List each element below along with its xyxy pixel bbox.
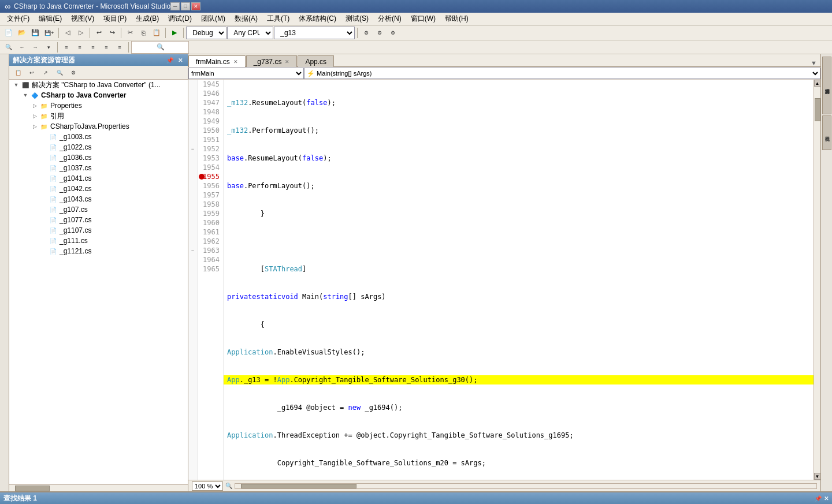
menu-debug[interactable]: 调试(D) xyxy=(164,13,196,25)
debug-btn1[interactable]: ⚙ xyxy=(360,27,373,39)
se-tb-btn5[interactable]: ⚙ xyxy=(67,66,80,79)
cstojava-node[interactable]: ▷ 📁 CSharpToJava.Properties xyxy=(9,121,188,132)
file-g1041[interactable]: 📄 _g1041.cs xyxy=(9,173,188,184)
config-dropdown[interactable]: Debug Release xyxy=(186,27,226,39)
menu-team[interactable]: 团队(M) xyxy=(196,13,230,25)
references-node[interactable]: ▷ 📁 引用 xyxy=(9,111,188,121)
expand-project[interactable]: ▼ xyxy=(21,92,30,98)
format-btn3[interactable]: ≡ xyxy=(87,41,99,54)
menu-tools[interactable]: 工具(T) xyxy=(262,13,294,25)
menu-build[interactable]: 生成(B) xyxy=(131,13,164,25)
redo-btn[interactable]: ↪ xyxy=(106,27,118,39)
se-tb-btn3[interactable]: ↗ xyxy=(39,66,52,79)
margin-1964 xyxy=(188,255,197,264)
file-g1121[interactable]: 📄 _g1121.cs xyxy=(9,246,188,256)
solution-node[interactable]: ▼ ⬛ 解决方案 "CSharp to Java Converter" (1..… xyxy=(9,80,188,90)
se-hscroll[interactable] xyxy=(9,484,188,491)
open-btn[interactable]: 📂 xyxy=(16,27,28,39)
project-node[interactable]: ▼ 🔷 CSharp to Java Converter xyxy=(9,90,188,100)
class-dropdown[interactable]: frmMain xyxy=(188,68,304,79)
file-g111[interactable]: 📄 _g111.cs xyxy=(9,236,188,246)
menu-analyze[interactable]: 分析(N) xyxy=(373,13,406,25)
nav-btn2[interactable]: → xyxy=(29,41,42,54)
close-button[interactable]: ✕ xyxy=(191,2,200,10)
menu-data[interactable]: 数据(A) xyxy=(230,13,262,25)
hscroll-thumb[interactable] xyxy=(241,484,356,488)
margin-1952[interactable]: − xyxy=(188,144,197,154)
find-btn[interactable]: 🔍 xyxy=(2,41,15,54)
menu-edit[interactable]: 编辑(E) xyxy=(34,13,66,25)
pin-btn[interactable]: 📌 xyxy=(165,57,175,64)
back-btn[interactable]: ◁ xyxy=(61,27,74,39)
file-g1022[interactable]: 📄 _g1022.cs xyxy=(9,142,188,152)
tab-frmmain[interactable]: frmMain.cs ✕ xyxy=(188,55,246,67)
platform-dropdown[interactable]: Any CPU x86 x64 xyxy=(227,27,273,39)
tab-g737[interactable]: _g737.cs ✕ xyxy=(246,55,298,67)
code-hscroll[interactable] xyxy=(235,483,817,489)
file-g1042[interactable]: 📄 _g1042.cs xyxy=(9,184,188,194)
nav-btn3[interactable]: ▾ xyxy=(42,41,55,54)
format-btn2[interactable]: ≡ xyxy=(73,41,86,54)
menu-help[interactable]: 帮助(H) xyxy=(440,13,473,25)
copy-btn[interactable]: ⎘ xyxy=(137,27,150,39)
right-sidebar-se[interactable]: 解决方案资源管理器 xyxy=(822,57,831,114)
restore-button[interactable]: □ xyxy=(181,2,190,10)
debug-btn3[interactable]: ⚙ xyxy=(387,27,399,39)
se-tb-btn2[interactable]: ↩ xyxy=(25,66,38,79)
tab-frmmain-close[interactable]: ✕ xyxy=(233,59,238,65)
bottom-panel-pin[interactable]: 📌 xyxy=(815,495,822,502)
file-g1043[interactable]: 📄 _g1043.cs xyxy=(9,194,188,204)
scroll-thumb[interactable] xyxy=(815,98,820,121)
save-btn[interactable]: 💾 xyxy=(29,27,42,39)
debug-btn2[interactable]: ⚙ xyxy=(373,27,386,39)
cut-btn[interactable]: ✂ xyxy=(124,27,136,39)
se-tb-btn1[interactable]: 📋 xyxy=(12,66,24,79)
tab-app[interactable]: App.cs xyxy=(298,55,334,67)
solution-tree[interactable]: ▼ ⬛ 解决方案 "CSharp to Java Converter" (1..… xyxy=(9,80,188,484)
code-area[interactable]: _m132.ResumeLayout(false); _m132.Perform… xyxy=(224,80,814,480)
margin-1963[interactable]: − xyxy=(188,246,197,255)
format-btn1[interactable]: ≡ xyxy=(60,41,73,54)
file-g1003[interactable]: 📄 _g1003.cs xyxy=(9,132,188,142)
forward-btn[interactable]: ▷ xyxy=(75,27,87,39)
scroll-up-btn[interactable]: ▲ xyxy=(814,80,821,87)
file-g1037[interactable]: 📄 _g1037.cs xyxy=(9,163,188,173)
bottom-panel-close[interactable]: ✕ xyxy=(824,495,829,502)
menu-project[interactable]: 项目(P) xyxy=(99,13,131,25)
properties-node[interactable]: ▷ 📁 Properties xyxy=(9,100,188,111)
scroll-down-btn[interactable]: ▼ xyxy=(814,473,821,480)
tab-overflow[interactable]: ▼ xyxy=(807,59,820,66)
menu-arch[interactable]: 体系结构(C) xyxy=(294,13,341,25)
file-g1036[interactable]: 📄 _g1036.cs xyxy=(9,152,188,163)
menu-view[interactable]: 视图(V) xyxy=(66,13,99,25)
sep8 xyxy=(128,42,129,53)
tab-g737-close[interactable]: ✕ xyxy=(285,59,289,65)
menu-test[interactable]: 测试(S) xyxy=(341,13,373,25)
method-dropdown[interactable]: ⚡ Main(string[] sArgs) xyxy=(304,68,820,79)
expand-props[interactable]: ▷ xyxy=(30,103,39,109)
close-panel-btn[interactable]: ✕ xyxy=(176,57,184,64)
project-dropdown[interactable]: _g13 xyxy=(274,27,355,39)
menu-file[interactable]: 文件(F) xyxy=(2,13,34,25)
paste-btn[interactable]: 📋 xyxy=(150,27,163,39)
save-all-btn[interactable]: 💾+ xyxy=(42,27,56,39)
format-btn4[interactable]: ≡ xyxy=(100,41,113,54)
expand-solution[interactable]: ▼ xyxy=(12,82,21,88)
file-g107[interactable]: 📄 _g107.cs xyxy=(9,204,188,215)
code-vscroll[interactable]: ▲ ▼ xyxy=(814,80,820,480)
right-sidebar-cv[interactable]: 类视图 xyxy=(822,115,831,150)
start-btn[interactable]: ▶ xyxy=(168,27,181,39)
file-g1077[interactable]: 📄 _g1077.cs xyxy=(9,215,188,225)
minimize-button[interactable]: ─ xyxy=(170,2,180,10)
nav-btn1[interactable]: ← xyxy=(16,41,28,54)
new-file-btn[interactable]: 📄 xyxy=(2,27,15,39)
undo-btn[interactable]: ↩ xyxy=(92,27,105,39)
menu-window[interactable]: 窗口(W) xyxy=(406,13,440,25)
se-tb-btn4[interactable]: 🔍 xyxy=(53,66,66,79)
file-g1107[interactable]: 📄 _g1107.cs xyxy=(9,225,188,236)
zoom-select[interactable]: 100 % 75 % 150 % xyxy=(192,481,223,491)
format-btn5[interactable]: ≡ xyxy=(113,41,126,54)
search-field[interactable]: 🔍 xyxy=(131,41,189,54)
expand-refs[interactable]: ▷ xyxy=(30,113,39,119)
expand-cstj[interactable]: ▷ xyxy=(30,124,39,129)
